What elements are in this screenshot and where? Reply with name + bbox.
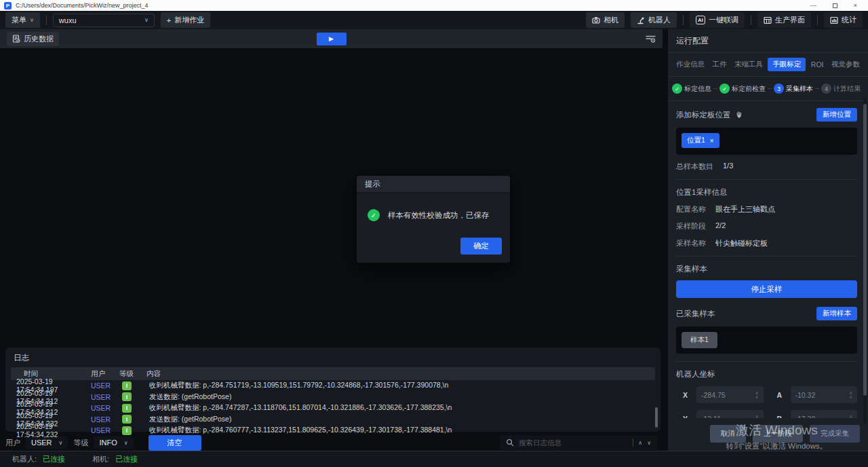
chevron-down-icon: ∨ <box>59 440 63 446</box>
step-connector <box>815 88 819 89</box>
step-number: 3 <box>774 83 784 94</box>
run-play-button[interactable]: ▶ <box>317 33 347 45</box>
main-canvas <box>0 48 663 348</box>
finish-collection-button[interactable]: 完成采集 <box>810 425 860 443</box>
titlebar: P C:/Users/dex/Documents/PickWiz/new_pro… <box>0 0 868 11</box>
tab-hand-eye-calibration[interactable]: 手眼标定 <box>768 58 806 71</box>
filter-settings-icon <box>646 34 656 43</box>
step-pre-check[interactable]: ✓ 标定前检查 <box>719 83 766 94</box>
one-key-link-button[interactable]: AI 一键联调 <box>690 12 745 28</box>
plus-icon: + <box>167 16 171 24</box>
panel-footer: 取消 上一阶段 完成采集 <box>668 418 868 451</box>
table-row[interactable]: 2025-03-19 17:54:34,212 USER I 发送数据: (ge… <box>11 392 655 403</box>
total-samples-label: 总样本数目 <box>676 162 713 172</box>
level-filter-select[interactable]: INFO ∨ <box>94 436 133 449</box>
sample-chip[interactable]: 样本1 <box>682 332 717 348</box>
window-title: C:/Users/dex/Documents/PickWiz/new_proje… <box>16 2 149 9</box>
level-filter-value: INFO <box>99 438 117 447</box>
history-data-button[interactable]: 历史数据 <box>7 32 59 46</box>
dialog-ok-button[interactable]: 确定 <box>460 238 502 255</box>
step-label: 标定前检查 <box>732 84 766 94</box>
add-sample-button[interactable]: 新增样本 <box>816 307 857 320</box>
log-scrollbar[interactable] <box>655 407 658 428</box>
panel-scrollbar[interactable] <box>863 97 867 424</box>
stepper-icons[interactable]: ∧∨ <box>849 391 852 399</box>
camera-button[interactable]: 相机 <box>586 12 625 28</box>
table-row[interactable]: 2025-03-19 17:54:34,212 USER I 收到机械臂数据: … <box>11 403 655 414</box>
production-page-label: 生产界面 <box>775 15 805 25</box>
step-calibration-info[interactable]: ✓ 标定信息 <box>672 83 711 94</box>
collect-samples-title: 采集样本 <box>676 264 857 274</box>
chevron-down-icon: ∨ <box>144 17 149 23</box>
log-title: 日志 <box>11 352 655 367</box>
log-search-input[interactable] <box>519 438 628 447</box>
user-filter-value: USER <box>31 438 52 447</box>
table-row[interactable]: 2025-03-19 17:54:34,232 USER I 收到机械臂数据: … <box>11 425 655 436</box>
check-icon: ✓ <box>672 83 682 94</box>
menu-button[interactable]: 菜单 ∨ <box>5 12 40 28</box>
total-samples-row: 总样本数目 1/3 <box>676 162 857 172</box>
clear-log-button[interactable]: 清空 <box>149 435 201 451</box>
log-level: I <box>122 404 149 413</box>
panel-body: 添加标定板位置 新增位置 位置1 × 总样本数目 1/3 位置1采样 <box>668 101 868 418</box>
production-grid-icon <box>764 16 772 24</box>
cancel-button[interactable]: 取消 <box>710 425 746 443</box>
coord-a: A ∧∨ <box>777 386 858 403</box>
new-job-button[interactable]: + 新增作业 <box>161 12 210 28</box>
success-check-icon: ✓ <box>368 209 380 221</box>
log-user: USER <box>91 426 122 434</box>
step-compute-result[interactable]: 4 计算结果 <box>821 83 861 94</box>
toolbar-divider <box>683 16 684 25</box>
history-data-label: 历史数据 <box>24 34 54 44</box>
add-position-button[interactable]: 新增位置 <box>816 108 857 122</box>
minimize-button[interactable]: — <box>810 3 816 9</box>
position-tag-label: 位置1 <box>687 136 705 145</box>
level-filter-label: 等级 <box>73 438 88 448</box>
log-level: I <box>122 426 149 435</box>
chevron-down-icon: ∨ <box>30 17 34 23</box>
coord-x-field[interactable] <box>701 391 753 399</box>
log-user: USER <box>91 393 122 401</box>
coord-x: X ∧∨ <box>683 386 764 403</box>
log-filter-settings-button[interactable] <box>646 34 656 43</box>
app-window: P C:/Users/dex/Documents/PickWiz/new_pro… <box>0 0 868 467</box>
log-user: USER <box>91 415 122 424</box>
search-next-button chevron-down-icon[interactable]: ∨ <box>647 440 651 446</box>
ai-icon: AI <box>696 16 705 24</box>
tab-job-info[interactable]: 作业信息 <box>673 58 707 71</box>
coord-a-field[interactable] <box>795 391 848 399</box>
stop-sampling-button[interactable]: 停止采样 <box>676 280 857 298</box>
close-button[interactable]: × <box>854 3 857 9</box>
tab-vision-params[interactable]: 视觉参数 <box>829 58 863 71</box>
production-page-button[interactable]: 生产界面 <box>757 12 811 28</box>
tab-workpiece[interactable]: 工件 <box>709 58 729 71</box>
robot-connection-status: 机器人: 已连接 <box>12 454 65 464</box>
log-content: 收到机械臂数据: p,-284.747287,-13.118706,151.80… <box>149 403 655 413</box>
panel-scrollbar-thumb[interactable] <box>863 104 867 396</box>
log-user: USER <box>91 381 122 390</box>
robot-button[interactable]: 机器人 <box>631 12 677 28</box>
maximize-button[interactable] <box>833 3 837 8</box>
collected-samples-title: 已采集样本 <box>676 309 715 319</box>
sample-name-value: 针尖触碰标定板 <box>715 238 768 248</box>
stepper-icons[interactable]: ∧∨ <box>755 391 759 399</box>
search-prev-button chevron-up-icon[interactable]: ∧ <box>638 440 642 446</box>
step-number: 4 <box>821 83 831 94</box>
tab-roi[interactable]: ROI <box>808 58 827 71</box>
run-config-panel: 运行配置 作业信息 工件 末端工具 手眼标定 ROI 视觉参数 ✓ 标定信息 ✓… <box>668 29 868 451</box>
tab-end-tool[interactable]: 末端工具 <box>732 58 766 71</box>
toolbar-divider <box>817 16 818 25</box>
project-select[interactable]: wuxu ∨ <box>53 14 155 27</box>
step-connector <box>768 88 772 89</box>
bar-chart-icon <box>830 16 838 24</box>
step-collect-samples[interactable]: 3 采集样本 <box>774 83 813 94</box>
statistics-button[interactable]: 统计 <box>824 12 863 28</box>
table-row[interactable]: 2025-03-19 17:54:34,232 USER I 发送数据: (ge… <box>11 414 655 426</box>
close-icon[interactable]: × <box>710 137 714 145</box>
step-label: 计算结果 <box>833 84 861 94</box>
table-row[interactable]: 2025-03-19 17:54:34,197 USER I 收到机械臂数据: … <box>11 380 655 392</box>
previous-stage-button[interactable]: 上一阶段 <box>753 425 803 443</box>
position-tag[interactable]: 位置1 × <box>682 133 719 148</box>
camera-status-label: 相机: <box>92 454 109 464</box>
coord-b-input: ∧∨ <box>791 410 858 418</box>
